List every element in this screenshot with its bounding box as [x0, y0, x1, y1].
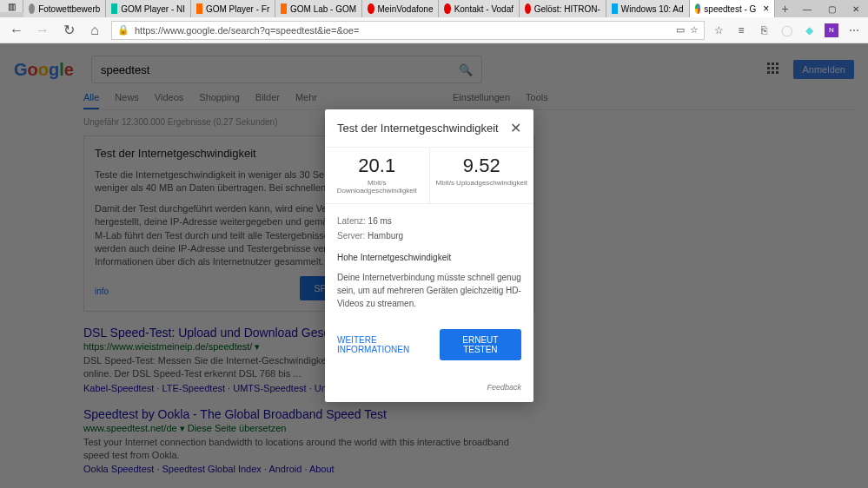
more-icon[interactable]: ⋯ [847, 23, 861, 37]
speed-test-modal: Test der Internetgeschwindigkeit ✕ 20.1 … [325, 109, 533, 402]
favorite-icon[interactable]: ☆ [690, 24, 699, 36]
modal-body: Latenz: 16 ms Server: Hamburg Hohe Inter… [325, 204, 533, 320]
ext2-icon[interactable]: ◆ [802, 23, 816, 37]
speed-readings: 20.1 Mbit/s Downloadgeschwindigkeit 9.52… [325, 147, 533, 204]
hub-icon[interactable]: ▥ [0, 0, 23, 12]
back-button[interactable]: ← [7, 21, 26, 40]
url-text: https://www.google.de/search?q=speedtest… [135, 25, 671, 36]
favicon [695, 3, 701, 14]
speed-description: Deine Internetverbindung müsste schnell … [337, 271, 521, 310]
speed-rating: Hohe Internetgeschwindigkeit [337, 251, 521, 264]
address-bar: ← → ↻ ⌂ 🔒 https://www.google.de/search?q… [0, 17, 868, 43]
tab-5[interactable]: Kontakt - Vodaf [439, 0, 520, 17]
favicon [368, 3, 374, 14]
download-label: Mbit/s Downloadgeschwindigkeit [328, 179, 426, 195]
server-value: Hamburg [368, 231, 403, 241]
modal-header: Test der Internetgeschwindigkeit ✕ [325, 109, 533, 147]
more-info-button[interactable]: WEITERE INFORMATIONEN [337, 335, 440, 354]
favicon [612, 3, 618, 14]
onenote-icon[interactable]: N [825, 23, 838, 37]
close-icon[interactable]: ✕ [510, 120, 521, 136]
refresh-button[interactable]: ↻ [59, 21, 78, 40]
upload-speed: 9.52 Mbit/s Uploadgeschwindigkeit [430, 148, 534, 203]
tab-1[interactable]: GOM Player - NI [106, 0, 191, 17]
maximize-button[interactable]: ▢ [819, 0, 844, 17]
upload-value: 9.52 [434, 155, 531, 177]
window-controls: — ▢ ✕ [795, 0, 868, 17]
home-button[interactable]: ⌂ [85, 21, 104, 40]
close-icon[interactable]: × [763, 3, 769, 15]
favorites-icon[interactable]: ☆ [712, 23, 726, 37]
favicon [444, 3, 450, 14]
upload-label: Mbit/s Uploadgeschwindigkeit [434, 179, 531, 187]
latency-value: 16 ms [368, 216, 392, 226]
tab-8-active[interactable]: speedtest - G× [690, 0, 776, 17]
modal-title: Test der Internetgeschwindigkeit [337, 122, 499, 135]
minimize-button[interactable]: — [795, 0, 819, 17]
tab-3[interactable]: GOM Lab - GOM [275, 0, 362, 17]
browser-tabs: ▥ Fotowettbewerb GOM Player - NI GOM Pla… [0, 0, 868, 17]
favicon [281, 3, 287, 14]
modal-footer: Feedback [325, 373, 533, 402]
feedback-link[interactable]: Feedback [487, 383, 521, 392]
server-label: Server: [337, 231, 365, 241]
close-window-button[interactable]: ✕ [844, 0, 868, 17]
reading-list-icon[interactable]: ≡ [734, 23, 748, 37]
url-input[interactable]: 🔒 https://www.google.de/search?q=speedte… [111, 21, 705, 40]
reading-view-icon[interactable]: ▭ [676, 24, 685, 36]
forward-button[interactable]: → [33, 21, 52, 40]
tab-6[interactable]: Gelöst: HITRON- [520, 0, 606, 17]
tab-4[interactable]: MeinVodafone [362, 0, 439, 17]
ext1-icon[interactable]: ◯ [779, 23, 793, 37]
tab-7[interactable]: Windows 10: Ad [606, 0, 690, 17]
lock-icon: 🔒 [117, 24, 129, 36]
favicon [196, 3, 202, 14]
download-value: 20.1 [328, 155, 426, 177]
latency-label: Latenz: [337, 216, 366, 226]
modal-actions: WEITERE INFORMATIONEN ERNEUT TESTEN [325, 320, 533, 373]
new-tab-button[interactable]: + [775, 0, 795, 17]
tab-2[interactable]: GOM Player - Fr [191, 0, 275, 17]
favicon [111, 3, 117, 14]
retest-button[interactable]: ERNEUT TESTEN [440, 329, 521, 360]
download-speed: 20.1 Mbit/s Downloadgeschwindigkeit [325, 148, 430, 203]
favicon [525, 3, 531, 14]
tab-0[interactable]: Fotowettbewerb [23, 0, 106, 17]
favicon [29, 3, 35, 14]
hub-icon[interactable]: ⎘ [757, 23, 771, 37]
